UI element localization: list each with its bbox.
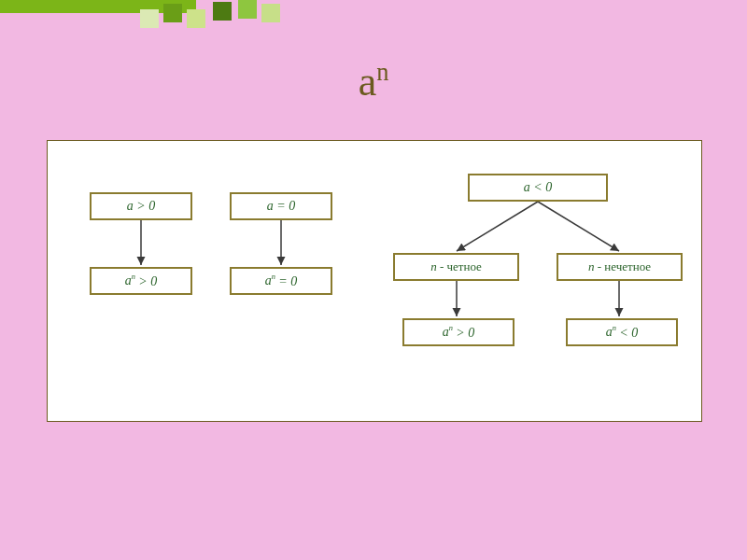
slide-decoration bbox=[0, 0, 299, 37]
node-n-even: n - четное bbox=[393, 253, 519, 281]
node-a-positive: a > 0 bbox=[90, 192, 192, 220]
node-an-zero: an = 0 bbox=[230, 267, 332, 295]
svg-line-2 bbox=[457, 202, 538, 251]
node-a-negative: a < 0 bbox=[468, 174, 608, 202]
node-an-positive-2: an > 0 bbox=[402, 318, 514, 346]
node-an-negative: an < 0 bbox=[566, 318, 678, 346]
node-n-odd: n - нечетное bbox=[557, 253, 683, 281]
node-a-zero: a = 0 bbox=[230, 192, 332, 220]
title-exponent: n bbox=[376, 58, 388, 86]
slide-title: an bbox=[0, 58, 747, 105]
title-base: a bbox=[359, 59, 377, 105]
svg-line-3 bbox=[538, 202, 619, 251]
diagram-panel: a > 0 an > 0 a = 0 an = 0 a < 0 n - четн… bbox=[47, 140, 702, 422]
node-an-positive: an > 0 bbox=[90, 267, 192, 295]
